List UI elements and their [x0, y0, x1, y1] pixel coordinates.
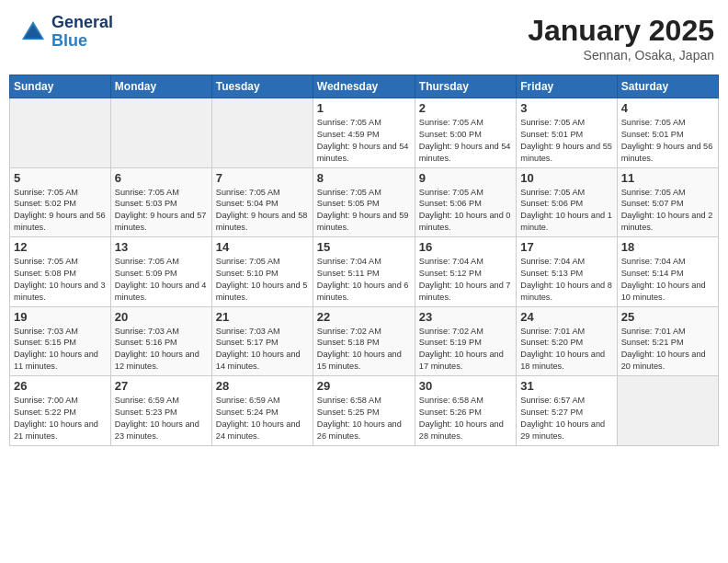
day-info: Sunrise: 6:59 AM Sunset: 5:23 PM Dayligh…: [115, 395, 208, 442]
header-wednesday: Wednesday: [313, 75, 415, 98]
calendar-cell: 29 Sunrise: 6:58 AM Sunset: 5:25 PM Dayl…: [313, 376, 415, 446]
daylight-label: Daylight: 10 hours and 23 minutes.: [115, 419, 199, 441]
title-block: January 2025 Sennan, Osaka, Japan: [528, 14, 714, 63]
daylight-label: Daylight: 10 hours and 7 minutes.: [419, 281, 511, 302]
calendar-cell: 17 Sunrise: 7:04 AM Sunset: 5:13 PM Dayl…: [517, 237, 617, 307]
calendar-week-1: 1 Sunrise: 7:05 AM Sunset: 4:59 PM Dayli…: [10, 98, 719, 168]
header-friday: Friday: [517, 75, 617, 98]
day-number: 8: [317, 171, 411, 185]
calendar-cell: 18 Sunrise: 7:04 AM Sunset: 5:14 PM Dayl…: [617, 237, 718, 307]
sunset-label: Sunset: 4:59 PM: [317, 130, 380, 139]
header-thursday: Thursday: [415, 75, 516, 98]
sunrise-label: Sunrise: 7:04 AM: [419, 257, 483, 266]
day-number: 27: [115, 379, 208, 393]
sunset-label: Sunset: 5:08 PM: [14, 269, 76, 278]
day-number: 3: [520, 101, 612, 115]
calendar-cell: [211, 98, 313, 168]
calendar-cell: 19 Sunrise: 7:03 AM Sunset: 5:15 PM Dayl…: [10, 306, 111, 376]
sunset-label: Sunset: 5:13 PM: [520, 269, 583, 278]
sunrise-label: Sunrise: 6:59 AM: [216, 396, 280, 405]
sunrise-label: Sunrise: 6:59 AM: [115, 396, 179, 405]
daylight-label: Daylight: 10 hours and 1 minute.: [520, 211, 612, 232]
day-info: Sunrise: 7:05 AM Sunset: 5:01 PM Dayligh…: [520, 117, 612, 165]
day-number: 17: [520, 240, 612, 254]
sunset-label: Sunset: 5:19 PM: [419, 338, 482, 347]
calendar-week-5: 26 Sunrise: 7:00 AM Sunset: 5:22 PM Dayl…: [10, 376, 719, 446]
calendar-cell: 28 Sunrise: 6:59 AM Sunset: 5:24 PM Dayl…: [211, 376, 313, 446]
day-number: 28: [216, 379, 309, 393]
sunset-label: Sunset: 5:00 PM: [419, 130, 482, 139]
sunset-label: Sunset: 5:14 PM: [621, 269, 684, 278]
calendar-cell: 4 Sunrise: 7:05 AM Sunset: 5:01 PM Dayli…: [617, 98, 718, 168]
sunrise-label: Sunrise: 6:58 AM: [419, 396, 483, 405]
sunrise-label: Sunrise: 7:05 AM: [115, 257, 179, 266]
sunrise-label: Sunrise: 7:05 AM: [14, 188, 78, 197]
sunset-label: Sunset: 5:27 PM: [520, 408, 583, 417]
day-info: Sunrise: 7:02 AM Sunset: 5:18 PM Dayligh…: [317, 326, 411, 373]
daylight-label: Daylight: 9 hours and 54 minutes.: [317, 142, 409, 163]
sunrise-label: Sunrise: 6:57 AM: [520, 396, 585, 405]
day-number: 18: [621, 240, 714, 254]
location-title: Sennan, Osaka, Japan: [528, 48, 714, 63]
calendar-table: SundayMondayTuesdayWednesdayThursdayFrid…: [9, 75, 719, 446]
calendar-cell: 8 Sunrise: 7:05 AM Sunset: 5:05 PM Dayli…: [313, 167, 415, 237]
daylight-label: Daylight: 10 hours and 28 minutes.: [419, 419, 504, 441]
daylight-label: Daylight: 10 hours and 3 minutes.: [14, 281, 106, 302]
sunset-label: Sunset: 5:11 PM: [317, 269, 380, 278]
day-info: Sunrise: 7:05 AM Sunset: 5:08 PM Dayligh…: [14, 256, 107, 304]
day-info: Sunrise: 7:02 AM Sunset: 5:19 PM Dayligh…: [419, 326, 512, 373]
daylight-label: Daylight: 10 hours and 2 minutes.: [621, 211, 713, 232]
day-info: Sunrise: 7:04 AM Sunset: 5:14 PM Dayligh…: [621, 256, 714, 304]
daylight-label: Daylight: 10 hours and 18 minutes.: [520, 350, 605, 371]
day-info: Sunrise: 7:05 AM Sunset: 5:01 PM Dayligh…: [621, 117, 714, 165]
sunrise-label: Sunrise: 7:03 AM: [216, 327, 280, 336]
daylight-label: Daylight: 10 hours and 11 minutes.: [14, 350, 98, 371]
day-number: 13: [115, 240, 208, 254]
daylight-label: Daylight: 10 hours and 6 minutes.: [317, 281, 409, 302]
header-saturday: Saturday: [617, 75, 718, 98]
calendar-cell: 5 Sunrise: 7:05 AM Sunset: 5:02 PM Dayli…: [10, 167, 111, 237]
calendar-cell: [617, 376, 718, 446]
calendar-cell: 31 Sunrise: 6:57 AM Sunset: 5:27 PM Dayl…: [517, 376, 617, 446]
sunset-label: Sunset: 5:05 PM: [317, 199, 380, 208]
sunrise-label: Sunrise: 7:05 AM: [317, 188, 381, 197]
calendar-cell: 22 Sunrise: 7:02 AM Sunset: 5:18 PM Dayl…: [313, 306, 415, 376]
sunrise-label: Sunrise: 7:04 AM: [621, 257, 686, 266]
day-number: 9: [419, 171, 512, 185]
calendar-cell: 6 Sunrise: 7:05 AM Sunset: 5:03 PM Dayli…: [110, 167, 211, 237]
day-info: Sunrise: 6:57 AM Sunset: 5:27 PM Dayligh…: [520, 395, 612, 442]
daylight-label: Daylight: 10 hours and 14 minutes.: [216, 350, 301, 371]
calendar-cell: 14 Sunrise: 7:05 AM Sunset: 5:10 PM Dayl…: [211, 237, 313, 307]
sunset-label: Sunset: 5:03 PM: [115, 199, 177, 208]
day-number: 26: [14, 379, 107, 393]
day-info: Sunrise: 6:59 AM Sunset: 5:24 PM Dayligh…: [216, 395, 309, 442]
sunset-label: Sunset: 5:25 PM: [317, 408, 380, 417]
sunrise-label: Sunrise: 7:05 AM: [419, 188, 483, 197]
sunset-label: Sunset: 5:21 PM: [621, 338, 684, 347]
day-info: Sunrise: 7:05 AM Sunset: 5:06 PM Dayligh…: [419, 187, 512, 235]
daylight-label: Daylight: 10 hours and 5 minutes.: [216, 281, 308, 302]
day-number: 24: [520, 310, 612, 324]
day-info: Sunrise: 7:04 AM Sunset: 5:12 PM Dayligh…: [419, 256, 512, 304]
calendar-cell: 2 Sunrise: 7:05 AM Sunset: 5:00 PM Dayli…: [415, 98, 516, 168]
daylight-label: Daylight: 10 hours and 0 minutes.: [419, 211, 511, 232]
day-number: 19: [14, 310, 107, 324]
sunrise-label: Sunrise: 7:02 AM: [419, 327, 483, 336]
day-number: 10: [520, 171, 612, 185]
daylight-label: Daylight: 9 hours and 56 minutes.: [621, 142, 713, 163]
sunrise-label: Sunrise: 7:00 AM: [14, 396, 78, 405]
sunset-label: Sunset: 5:02 PM: [14, 199, 76, 208]
day-info: Sunrise: 7:05 AM Sunset: 5:09 PM Dayligh…: [115, 256, 208, 304]
day-number: 7: [216, 171, 309, 185]
calendar-cell: 24 Sunrise: 7:01 AM Sunset: 5:20 PM Dayl…: [517, 306, 617, 376]
calendar-week-4: 19 Sunrise: 7:03 AM Sunset: 5:15 PM Dayl…: [10, 306, 719, 376]
day-number: 21: [216, 310, 309, 324]
daylight-label: Daylight: 10 hours and 17 minutes.: [419, 350, 504, 371]
calendar-cell: 25 Sunrise: 7:01 AM Sunset: 5:21 PM Dayl…: [617, 306, 718, 376]
day-number: 11: [621, 171, 714, 185]
sunset-label: Sunset: 5:01 PM: [621, 130, 684, 139]
sunset-label: Sunset: 5:24 PM: [216, 408, 279, 417]
sunrise-label: Sunrise: 7:05 AM: [115, 188, 179, 197]
sunset-label: Sunset: 5:10 PM: [216, 269, 279, 278]
day-number: 6: [115, 171, 208, 185]
